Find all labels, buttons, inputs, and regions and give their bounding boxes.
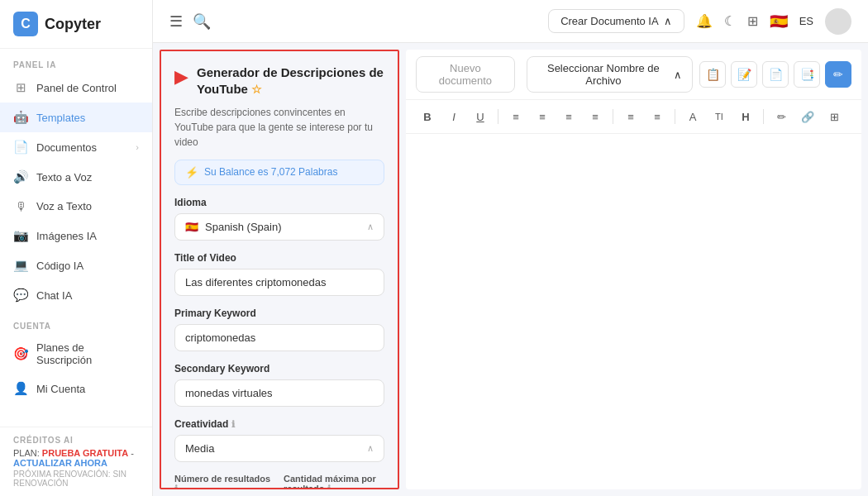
editor-toolbar-top: Nuevo documento Seleccionar Nombre de Ar… <box>406 50 861 100</box>
fmt-align-right[interactable]: ≡ <box>557 105 580 128</box>
idioma-chevron: ∧ <box>367 222 374 232</box>
toolbar-icon-active[interactable]: ✏ <box>825 61 851 88</box>
fmt-align-center[interactable]: ≡ <box>531 105 554 128</box>
camera-icon: 📷 <box>13 228 28 243</box>
fmt-align-left[interactable]: ≡ <box>504 105 527 128</box>
secondary-keyword-value: monedas virtuales <box>185 387 273 399</box>
sidebar-item-label: Imágenes IA <box>36 230 97 242</box>
fmt-link[interactable]: 🔗 <box>796 105 819 128</box>
sidebar-section-panel-ia: PANEL IA <box>0 49 152 73</box>
fmt-pen[interactable]: ✏ <box>770 105 793 128</box>
main-area: ☰ 🔍 Crear Documento IA ∧ 🔔 ☾ ⊞ 🇪🇸 ES ▶ G… <box>153 0 868 496</box>
renewal-text: PRÓXIMA RENOVACIÓN: SIN RENOVACIÓN <box>13 470 139 488</box>
title-of-video-group: Title of Video Las diferentes criptomone… <box>174 252 384 296</box>
creatividad-label: Creatividad ℹ <box>174 418 384 430</box>
search-icon[interactable]: 🔍 <box>193 12 211 31</box>
logo-box: C <box>13 12 38 36</box>
topnav: ☰ 🔍 Crear Documento IA ∧ 🔔 ☾ ⊞ 🇪🇸 ES <box>153 0 868 43</box>
toolbar-icon-edit[interactable]: 📝 <box>731 61 757 88</box>
sidebar-item-label: Documentos <box>36 141 97 154</box>
select-file-chevron: ∧ <box>674 69 682 81</box>
secondary-keyword-input[interactable]: monedas virtuales <box>174 379 384 407</box>
creatividad-select[interactable]: Media ∧ <box>174 435 384 462</box>
sidebar-section-cuenta: CUENTA <box>0 310 152 334</box>
sidebar-item-label: Templates <box>36 112 85 124</box>
crear-documento-button[interactable]: Crear Documento IA ∧ <box>548 9 684 33</box>
content-body: ▶ Generador de Descripciones de YouTube … <box>153 43 868 496</box>
doc-name-button[interactable]: Nuevo documento <box>416 56 515 93</box>
sidebar-item-texto-a-voz[interactable]: 🔊 Texto a Voz <box>0 162 152 192</box>
plan-separator: - <box>128 448 134 458</box>
topnav-right: Crear Documento IA ∧ 🔔 ☾ ⊞ 🇪🇸 ES <box>548 8 851 35</box>
fmt-align-justify[interactable]: ≡ <box>584 105 607 128</box>
sidebar-item-label: Panel de Control <box>36 82 117 94</box>
fmt-heading[interactable]: H <box>734 105 757 128</box>
plan-free-link[interactable]: PRUEBA GRATUITA <box>42 448 128 458</box>
sidebar-item-planes[interactable]: 🎯 Planes de Suscripción <box>0 334 152 374</box>
sidebar-item-chat-ia[interactable]: 💬 Chat IA <box>0 280 152 310</box>
numero-info-icon[interactable]: ℹ <box>174 484 178 490</box>
fmt-underline[interactable]: U <box>469 105 492 128</box>
idioma-select-left: 🇪🇸 Spanish (Spain) <box>185 221 282 233</box>
bottom-section: Número de resultados ℹ 1 Cantidad máxima… <box>174 474 384 490</box>
fmt-text-size[interactable]: TI <box>708 105 731 128</box>
mic-icon: 🎙 <box>13 199 28 213</box>
sidebar-item-templates[interactable]: 🤖 Templates <box>0 103 152 132</box>
avatar[interactable] <box>825 8 851 35</box>
primary-keyword-group: Primary Keyword criptomonedas <box>174 308 384 351</box>
fmt-sep-2 <box>613 109 613 124</box>
fmt-italic[interactable]: I <box>442 105 465 128</box>
primary-keyword-input[interactable]: criptomonedas <box>174 324 384 351</box>
fmt-sep-1 <box>498 109 498 124</box>
select-file-button[interactable]: Seleccionar Nombre de Archivo ∧ <box>527 56 693 93</box>
sidebar-item-imagenes-ia[interactable]: 📷 Imágenes IA <box>0 221 152 250</box>
sidebar-logo: C Copyter <box>0 0 152 49</box>
panel-left: ▶ Generador de Descripciones de YouTube … <box>160 50 399 489</box>
numero-resultados-col: Número de resultados ℹ 1 <box>174 474 275 490</box>
star-icon[interactable]: ☆ <box>251 83 262 96</box>
credits-label: CRÉDITOS AI <box>13 436 139 445</box>
editor-format-bar: B I U ≡ ≡ ≡ ≡ ≡ ≡ A TI H ✏ 🔗 ⊞ <box>406 100 861 134</box>
cantidad-info-icon[interactable]: ℹ <box>327 484 331 490</box>
balance-bar: ⚡ Su Balance es 7,072 Palabras <box>174 160 384 185</box>
fmt-list-ul[interactable]: ≡ <box>646 105 669 128</box>
fmt-table[interactable]: ⊞ <box>823 105 846 128</box>
sidebar-item-documentos[interactable]: 📄 Documentos › <box>0 132 152 162</box>
plan-update-link[interactable]: ACTUALIZAR AHORA <box>13 458 107 468</box>
expand-icon[interactable]: ⊞ <box>747 13 758 29</box>
sidebar-item-label: Planes de Suscripción <box>36 341 139 366</box>
crear-chevron: ∧ <box>664 15 672 27</box>
creatividad-info-icon[interactable]: ℹ <box>231 419 235 429</box>
sidebar-item-label: Texto a Voz <box>36 171 92 184</box>
title-of-video-input[interactable]: Las diferentes criptomonedas <box>174 269 384 296</box>
toolbar-icon-clipboard[interactable]: 📋 <box>699 61 726 88</box>
creatividad-group: Creatividad ℹ Media ∧ <box>174 418 384 462</box>
fmt-font-color[interactable]: A <box>681 105 704 128</box>
moon-icon[interactable]: ☾ <box>724 13 736 29</box>
sidebar-item-codigo-ia[interactable]: 💻 Código IA <box>0 250 152 280</box>
sidebar-item-mi-cuenta[interactable]: 👤 Mi Cuenta <box>0 374 152 403</box>
secondary-keyword-group: Secondary Keyword monedas virtuales <box>174 363 384 407</box>
idioma-select[interactable]: 🇪🇸 Spanish (Spain) ∧ <box>174 213 384 241</box>
bell-icon[interactable]: 🔔 <box>696 13 713 29</box>
chevron-icon: › <box>136 142 139 152</box>
sidebar-item-voz-a-texto[interactable]: 🎙 Voz a Texto <box>0 192 152 221</box>
document-icon: 📄 <box>13 140 28 155</box>
title-of-video-value: Las diferentes criptomonedas <box>185 276 327 289</box>
title-of-video-label: Title of Video <box>174 252 384 264</box>
fmt-list-ol[interactable]: ≡ <box>619 105 642 128</box>
doc-name-label: Nuevo documento <box>439 62 492 87</box>
editor-area[interactable] <box>406 134 861 489</box>
menu-icon[interactable]: ☰ <box>169 12 183 31</box>
toolbar-icon-document[interactable]: 📄 <box>762 61 789 88</box>
code-icon: 💻 <box>13 258 28 273</box>
speaker-icon: 🔊 <box>13 169 28 184</box>
sidebar-item-panel-control[interactable]: ⊞ Panel de Control <box>0 73 152 103</box>
fmt-bold[interactable]: B <box>416 105 439 128</box>
select-file-label: Seleccionar Nombre de Archivo <box>537 62 670 87</box>
toolbar-icon-pages[interactable]: 📑 <box>794 61 820 88</box>
plan-prefix: PLAN: <box>13 448 42 458</box>
panel-title-group: Generador de Descripciones de YouTube ☆ <box>197 64 384 98</box>
idioma-value: Spanish (Spain) <box>205 221 282 233</box>
panel-header: ▶ Generador de Descripciones de YouTube … <box>174 64 384 98</box>
